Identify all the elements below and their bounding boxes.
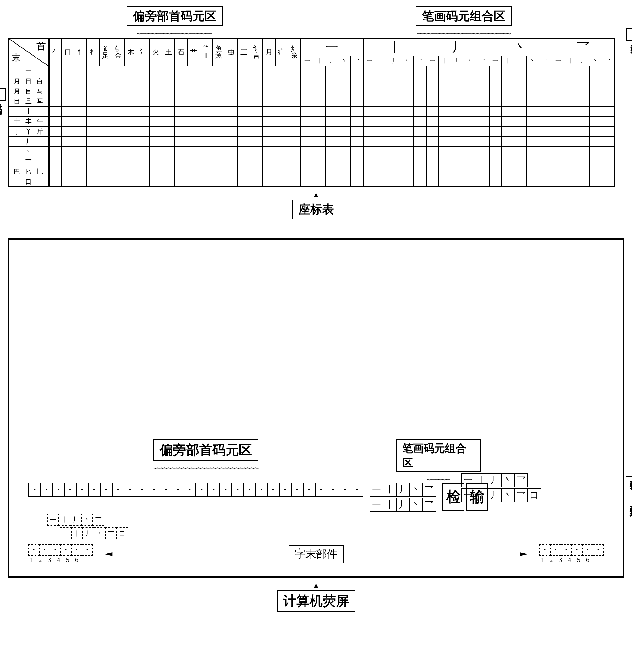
grid-cell <box>238 147 250 157</box>
grid-cell <box>137 106 150 117</box>
radical-slot[interactable]: • <box>303 483 316 497</box>
radical-slot[interactable]: • <box>76 483 89 497</box>
grid-cell <box>99 66 112 76</box>
grid-cell <box>338 167 351 177</box>
radical-slot[interactable]: • <box>52 483 65 497</box>
screen-figure: 偏旁部首码元区 ⏟⏟⏟⏟⏟⏟⏟⏟⏟⏟⏟⏟⏟⏟⏟⏟⏟⏟⏟⏟⏟⏟⏟⏟⏟⏟⏟⏟ 笔画码… <box>8 238 624 611</box>
grid-cell <box>577 167 589 177</box>
radical-slot[interactable]: • <box>255 483 268 497</box>
grid-cell <box>124 137 137 147</box>
radical-slot[interactable]: • <box>339 483 351 497</box>
stroke-slot[interactable]: 一 <box>370 483 383 497</box>
radical-slot[interactable]: • <box>124 483 137 497</box>
grid-cell <box>275 66 288 76</box>
stroke-slot[interactable]: 丨 <box>475 488 488 502</box>
radical-slot[interactable]: • <box>351 483 363 497</box>
stroke-slot[interactable]: 丿 <box>488 473 502 487</box>
grid-cell <box>489 137 502 147</box>
radical-slot[interactable]: • <box>195 483 208 497</box>
grid-cell <box>74 137 87 147</box>
radical-slot[interactable]: • <box>100 483 113 497</box>
grid-cell <box>313 106 325 117</box>
grid-cell <box>288 106 300 117</box>
stroke-slot[interactable]: 一 <box>461 488 475 502</box>
column-headers: 亻口忄扌𧾷足钅金木氵火土石艹⺮𥫗鱼魚虫王讠言月疒纟糸一一丨丿丶乛丨一丨丿丶乛丿一… <box>49 38 624 66</box>
stroke-slot[interactable]: 丨 <box>383 498 397 512</box>
grid-cell <box>414 106 426 117</box>
grid-cell <box>477 117 489 127</box>
grid-cell <box>187 177 200 187</box>
grid-cell <box>225 127 238 137</box>
stroke-slot[interactable]: 乛 <box>422 483 436 497</box>
grid-cell <box>514 117 527 127</box>
stroke-slot[interactable]: 丿 <box>488 488 502 502</box>
grid-cell <box>74 177 87 187</box>
grid-cell <box>338 177 351 187</box>
stroke-slot[interactable]: 一 <box>461 473 475 487</box>
stroke-slot[interactable]: 丨 <box>475 473 488 487</box>
stroke-slot[interactable]: 丶 <box>501 473 515 487</box>
grid-cell <box>388 117 401 127</box>
stroke-slot[interactable]: 口 <box>527 488 541 502</box>
grid-cell <box>112 87 124 96</box>
stroke-slot[interactable]: 丿 <box>396 498 410 512</box>
grid-cell <box>238 87 250 96</box>
radical-slot[interactable]: • <box>219 483 232 497</box>
radical-slot[interactable]: • <box>160 483 172 497</box>
stroke-slot[interactable]: 乛 <box>514 488 528 502</box>
radical-slot[interactable]: • <box>184 483 196 497</box>
stroke-slot[interactable]: 丶 <box>501 488 515 502</box>
grid-cell <box>99 167 112 177</box>
stroke-slot[interactable]: 丶 <box>409 483 423 497</box>
stroke-slot[interactable]: 乛 <box>422 498 436 512</box>
grid-cell <box>451 127 464 137</box>
grid-cell <box>99 127 112 137</box>
grid-cell <box>87 127 99 137</box>
grid-cell <box>263 87 275 96</box>
radical-slot[interactable]: • <box>315 483 327 497</box>
grid-cell <box>477 106 489 117</box>
radical-slot[interactable]: • <box>148 483 160 497</box>
radical-slot[interactable]: • <box>172 483 184 497</box>
grid-cell <box>325 137 338 147</box>
radical-slot[interactable]: • <box>64 483 77 497</box>
grid-cell <box>162 76 175 87</box>
grid-cell <box>426 76 439 87</box>
radical-slot[interactable]: • <box>208 483 220 497</box>
grid-cell <box>527 147 539 157</box>
radical-slot[interactable]: • <box>88 483 101 497</box>
radical-slot[interactable]: • <box>231 483 244 497</box>
grid-cell <box>552 167 564 177</box>
radical-slot[interactable]: • <box>112 483 124 497</box>
grid-cell <box>74 106 87 117</box>
radical-slot[interactable]: • <box>28 483 41 497</box>
stroke-slot[interactable]: 丨 <box>383 483 397 497</box>
grid-cell <box>589 177 602 187</box>
radical-slot[interactable]: • <box>136 483 148 497</box>
radical-slot[interactable]: • <box>327 483 339 497</box>
grid-cell <box>99 106 112 117</box>
index-number: 2 <box>550 556 553 564</box>
grid-cell <box>313 87 325 96</box>
grid-cell <box>527 177 539 187</box>
col-head-radical: 月 <box>263 38 275 66</box>
grid-cell <box>514 127 527 137</box>
dashed-slot: 乛 <box>92 513 104 526</box>
radical-slot[interactable]: • <box>267 483 280 497</box>
radical-slot[interactable]: • <box>40 483 53 497</box>
grid-cell <box>439 96 451 106</box>
grid-cell <box>99 87 112 96</box>
grid-cell <box>564 87 577 96</box>
stroke-slot[interactable]: 乛 <box>514 473 528 487</box>
stroke-slot[interactable]: 一 <box>370 498 383 512</box>
grid-cell <box>74 96 87 106</box>
row-head: 口 <box>9 177 48 187</box>
radical-slot[interactable]: • <box>243 483 256 497</box>
index-number: 6 <box>75 556 78 564</box>
index-number: 4 <box>568 556 572 564</box>
grid-cell <box>49 96 62 106</box>
radical-slot[interactable]: • <box>279 483 292 497</box>
stroke-slot[interactable]: 丶 <box>409 498 423 512</box>
radical-slot[interactable]: • <box>291 483 303 497</box>
stroke-slot[interactable]: 丿 <box>396 483 410 497</box>
